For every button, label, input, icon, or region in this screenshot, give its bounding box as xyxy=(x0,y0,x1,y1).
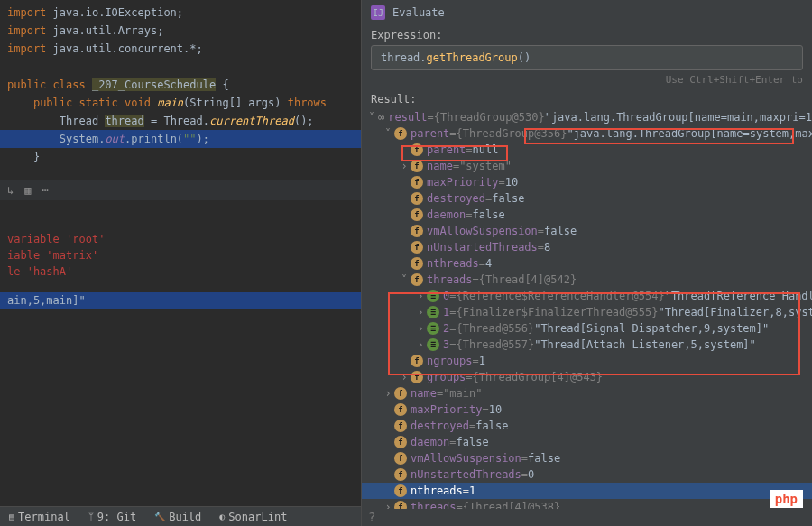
code-line-current[interactable]: System.out.println(""); xyxy=(0,130,361,148)
build-tab[interactable]: 🔨Build xyxy=(145,511,210,523)
code-line[interactable] xyxy=(0,58,361,76)
code-line[interactable]: } xyxy=(0,148,361,166)
tree-node[interactable]: ›fthreads = {Thread[4]@538} xyxy=(362,499,812,509)
evaluate-window: IJ Evaluate Expression: thread.getThread… xyxy=(361,0,812,526)
bottom-toolbar: ▤Terminal ᛘ9: Git 🔨Build ◐SonarLint xyxy=(0,506,361,526)
field-icon: f xyxy=(394,452,407,465)
evaluate-title: Evaluate xyxy=(392,6,445,19)
field-icon: f xyxy=(411,176,423,189)
intellij-icon: IJ xyxy=(371,5,385,20)
gutter-tree-icon[interactable]: ↳ xyxy=(7,184,14,197)
chevron-right-icon[interactable]: › xyxy=(382,499,394,509)
watermark: php xyxy=(770,490,803,508)
tree-node-result[interactable]: ˅∞result = {ThreadGroup@530} "java.lang.… xyxy=(362,109,812,125)
tree-node[interactable]: fmaxPriority = 10 xyxy=(362,401,812,418)
field-icon: f xyxy=(411,225,423,237)
variables-panel: variable 'root' iable 'matrix' le 'hashA… xyxy=(0,227,361,312)
field-icon: f xyxy=(411,160,423,172)
tree-node[interactable]: fnUnstartedThreads = 8 xyxy=(362,239,812,255)
git-icon: ᛘ xyxy=(88,512,94,521)
terminal-icon: ▤ xyxy=(9,512,14,521)
code-line[interactable]: Thread thread = Thread.currentThread(); xyxy=(0,112,361,130)
code-line[interactable]: public static void main(String[] args) t… xyxy=(0,94,361,112)
tree-node[interactable]: fmaxPriority = 10 xyxy=(362,174,812,190)
code-area[interactable]: import java.io.IOException; import java.… xyxy=(0,0,361,170)
field-icon: f xyxy=(394,403,407,416)
chevron-down-icon[interactable]: ˅ xyxy=(365,109,378,125)
code-line[interactable]: import java.io.IOException; xyxy=(0,4,361,22)
sonar-icon: ◐ xyxy=(219,512,225,521)
tree-node-threads[interactable]: ˅fthreads = {Thread[4]@542} xyxy=(362,272,812,288)
terminal-tab[interactable]: ▤Terminal xyxy=(0,511,79,523)
result-label: Result: xyxy=(362,91,812,109)
gutter-more-icon[interactable]: ⋯ xyxy=(42,184,48,197)
tree-node[interactable]: fdaemon = false xyxy=(362,434,812,450)
code-line[interactable]: import java.util.Arrays; xyxy=(0,22,361,40)
variable-item[interactable]: iable 'matrix' xyxy=(0,247,361,263)
chevron-down-icon[interactable]: ˅ xyxy=(382,125,394,142)
annotation-box xyxy=(401,145,508,161)
field-icon: f xyxy=(394,127,407,140)
chevron-down-icon[interactable]: ˅ xyxy=(398,272,411,288)
tree-node-selected[interactable]: fnthreads = 1 xyxy=(362,483,812,499)
annotation-box xyxy=(524,128,794,144)
field-icon: f xyxy=(411,241,423,254)
field-icon: f xyxy=(411,208,423,221)
code-line[interactable]: import java.util.concurrent.*; xyxy=(0,40,361,58)
field-icon: f xyxy=(411,257,423,270)
tree-node[interactable]: fdestroyed = false xyxy=(362,190,812,207)
gutter-grid-icon[interactable]: ▦ xyxy=(24,184,31,197)
expression-input[interactable]: thread.getThreadGroup() xyxy=(371,45,803,70)
field-icon: f xyxy=(394,501,407,509)
chevron-right-icon[interactable]: › xyxy=(382,385,394,401)
hammer-icon: 🔨 xyxy=(154,512,165,521)
field-icon: f xyxy=(411,273,423,286)
infinity-icon: ∞ xyxy=(378,109,384,125)
tree-node[interactable]: fnUnstartedThreads = 0 xyxy=(362,466,812,483)
variable-item[interactable]: le 'hashA' xyxy=(0,263,361,280)
expression-label: Expression: xyxy=(362,25,812,43)
tree-node[interactable]: fdestroyed = false xyxy=(362,418,812,434)
code-editor-panel: import java.io.IOException; import java.… xyxy=(0,0,361,526)
field-icon: f xyxy=(394,468,407,481)
git-tab[interactable]: ᛘ9: Git xyxy=(79,511,145,523)
field-icon: f xyxy=(394,484,407,497)
code-line[interactable]: public class _207_CourseSchedule { xyxy=(0,76,361,94)
eval-hint: Use Ctrl+Shift+Enter to xyxy=(362,74,812,91)
tree-node[interactable]: fdaemon = false xyxy=(362,207,812,223)
variable-item[interactable]: variable 'root' xyxy=(0,231,361,247)
field-icon: f xyxy=(411,192,423,205)
tree-node[interactable]: fvmAllowSuspension = false xyxy=(362,223,812,239)
evaluate-titlebar[interactable]: IJ Evaluate xyxy=(362,0,812,25)
annotation-box xyxy=(388,292,800,375)
field-icon: f xyxy=(394,420,407,432)
help-icon[interactable]: ? xyxy=(368,510,375,524)
field-icon: f xyxy=(394,387,407,400)
variable-item-selected[interactable]: ain,5,main]" xyxy=(0,292,361,309)
tree-node[interactable]: ›fname = "main" xyxy=(362,385,812,401)
sonarlint-tab[interactable]: ◐SonarLint xyxy=(210,511,296,523)
field-icon: f xyxy=(394,436,407,448)
tree-node[interactable]: fvmAllowSuspension = false xyxy=(362,450,812,466)
tree-node[interactable]: fnthreads = 4 xyxy=(362,255,812,272)
gutter-toolbar: ↳ ▦ ⋯ xyxy=(0,180,361,200)
